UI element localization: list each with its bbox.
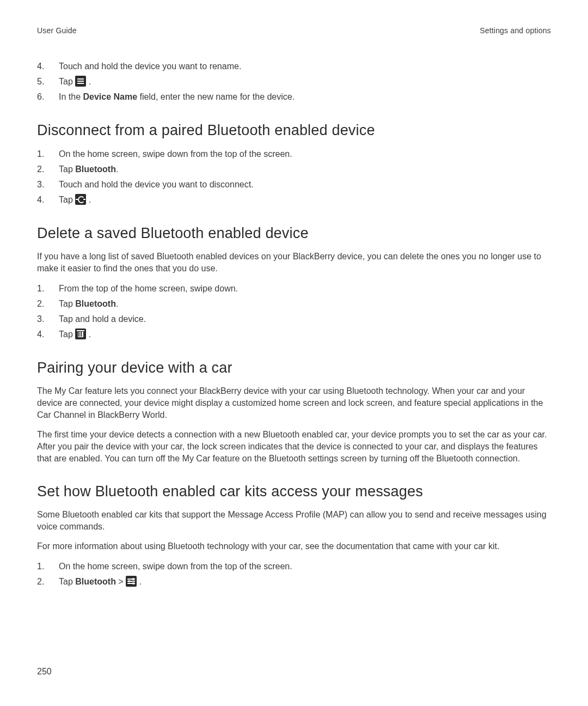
step-prefix: In the <box>59 92 83 101</box>
carkits-steps: 1. On the home screen, swipe down from t… <box>37 560 551 588</box>
step-prefix: Tap <box>59 195 75 204</box>
sliders-icon <box>126 576 137 587</box>
step-bold: Device Name <box>83 92 137 101</box>
step-text: On the home screen, swipe down from the … <box>59 148 551 161</box>
page-number: 250 <box>37 667 52 677</box>
step-number: 2. <box>37 575 59 588</box>
step-body: Tap . <box>59 75 551 88</box>
carkits-paragraph-2: For more information about using Bluetoo… <box>37 540 551 552</box>
disconnect-icon <box>75 194 86 205</box>
menu-icon <box>75 76 86 87</box>
step-6: 6. In the Device Name field, enter the n… <box>37 90 551 104</box>
pairing-paragraph-1: The My Car feature lets you connect your… <box>37 385 551 421</box>
step-5: 5. Tap . <box>37 75 551 88</box>
step: 4. Tap . <box>37 193 551 206</box>
delete-steps: 1. From the top of the home screen, swip… <box>37 282 551 341</box>
step-body: Tap Bluetooth > . <box>59 575 551 588</box>
step-body: Tap . <box>59 328 551 341</box>
disconnect-steps: 1. On the home screen, swipe down from t… <box>37 148 551 206</box>
step-number: 1. <box>37 148 59 161</box>
step-suffix: . <box>86 330 91 339</box>
step-number: 2. <box>37 297 59 311</box>
step-number: 2. <box>37 163 59 176</box>
step-mid: > <box>116 577 126 586</box>
step-body: Tap Bluetooth. <box>59 163 551 176</box>
pairing-paragraph-2: The first time your device detects a con… <box>37 429 551 465</box>
carkits-paragraph-1: Some Bluetooth enabled car kits that sup… <box>37 509 551 533</box>
delete-paragraph: If you have a long list of saved Bluetoo… <box>37 251 551 275</box>
step-body: In the Device Name field, enter the new … <box>59 90 551 104</box>
step: 1. On the home screen, swipe down from t… <box>37 148 551 161</box>
step-suffix: . <box>86 77 91 86</box>
heading-carkits: Set how Bluetooth enabled car kits acces… <box>37 483 551 500</box>
heading-delete: Delete a saved Bluetooth enabled device <box>37 225 551 242</box>
step-number: 1. <box>37 282 59 295</box>
step-4: 4. Touch and hold the device you want to… <box>37 60 551 73</box>
step-suffix: . <box>137 577 142 586</box>
step-number: 6. <box>37 90 59 104</box>
step-number: 3. <box>37 313 59 326</box>
heading-pairing: Pairing your device with a car <box>37 360 551 376</box>
step-body: Tap Bluetooth. <box>59 297 551 311</box>
step-number: 4. <box>37 193 59 206</box>
step-bold: Bluetooth <box>75 299 116 308</box>
step-number: 1. <box>37 560 59 573</box>
step: 4. Tap . <box>37 328 551 341</box>
step-suffix: field, enter the new name for the device… <box>137 92 295 101</box>
step-text: Touch and hold the device you want to re… <box>59 60 551 73</box>
step: 3. Touch and hold the device you want to… <box>37 178 551 191</box>
step-bold: Bluetooth <box>75 577 116 586</box>
step-prefix: Tap <box>59 330 75 339</box>
step-text: Tap and hold a device. <box>59 313 551 326</box>
document-page: User Guide Settings and options 4. Touch… <box>0 0 588 706</box>
rename-device-steps: 4. Touch and hold the device you want to… <box>37 60 551 104</box>
heading-disconnect: Disconnect from a paired Bluetooth enabl… <box>37 122 551 139</box>
step-number: 4. <box>37 328 59 341</box>
step: 1. From the top of the home screen, swip… <box>37 282 551 295</box>
step-number: 5. <box>37 75 59 88</box>
step-suffix: . <box>116 299 118 308</box>
step-suffix: . <box>86 195 91 204</box>
header-right: Settings and options <box>480 26 551 35</box>
step-prefix: Tap <box>59 165 75 174</box>
step-body: Tap . <box>59 193 551 206</box>
step-bold: Bluetooth <box>75 165 116 174</box>
step-prefix: Tap <box>59 299 75 308</box>
step-prefix: Tap <box>59 577 75 586</box>
trash-icon <box>75 328 86 339</box>
step: 2. Tap Bluetooth > . <box>37 575 551 588</box>
step: 2. Tap Bluetooth. <box>37 163 551 176</box>
step-prefix: Tap <box>59 77 75 86</box>
step: 2. Tap Bluetooth. <box>37 297 551 311</box>
step-number: 3. <box>37 178 59 191</box>
step-text: From the top of the home screen, swipe d… <box>59 282 551 295</box>
page-header: User Guide Settings and options <box>37 26 551 35</box>
step-suffix: . <box>116 165 118 174</box>
step: 3. Tap and hold a device. <box>37 313 551 326</box>
step-number: 4. <box>37 60 59 73</box>
step-text: Touch and hold the device you want to di… <box>59 178 551 191</box>
header-left: User Guide <box>37 26 77 35</box>
step-text: On the home screen, swipe down from the … <box>59 560 551 573</box>
step: 1. On the home screen, swipe down from t… <box>37 560 551 573</box>
